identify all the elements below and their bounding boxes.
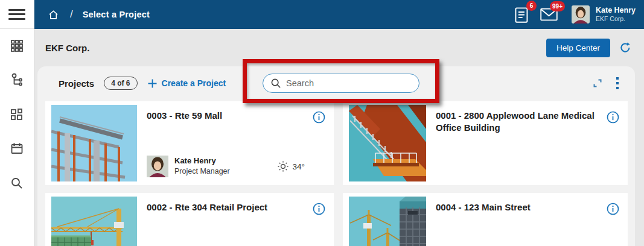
temperature: 34° <box>293 162 305 171</box>
project-card-0002[interactable]: 0002 - Rte 304 Retail Project <box>45 193 334 246</box>
info-icon[interactable] <box>607 111 619 124</box>
project-search-box[interactable] <box>263 74 419 93</box>
project-cards-grid: 0003 - Rte 59 Mall Ka <box>37 100 635 246</box>
top-navigation-bar: / Select a Project 6 99+ <box>34 0 644 29</box>
manager-role: Project Manager <box>174 166 230 176</box>
refresh-icon[interactable] <box>619 42 631 54</box>
project-thumbnail <box>349 105 426 181</box>
portfolio-hierarchy-icon[interactable] <box>10 73 24 87</box>
project-title: 0003 - Rte 59 Mall <box>147 110 306 122</box>
info-icon[interactable] <box>313 111 325 124</box>
user-avatar[interactable] <box>572 5 590 24</box>
project-thumbnail <box>51 105 137 181</box>
project-thumbnail <box>51 197 137 246</box>
project-title: 0001 - 2800 Applewood Lane Medical Offic… <box>436 110 600 134</box>
project-card-0003[interactable]: 0003 - Rte 59 Mall Ka <box>45 101 334 185</box>
kebab-menu-icon[interactable] <box>616 77 619 90</box>
plus-icon <box>147 78 158 89</box>
project-card-0004[interactable]: 0004 - 123 Main Street <box>343 193 628 246</box>
project-thumbnail <box>349 197 426 246</box>
search-input[interactable] <box>286 78 412 88</box>
weather-widget: 34° <box>277 160 306 172</box>
info-icon[interactable] <box>313 203 325 215</box>
notifications-badge: 6 <box>526 1 537 11</box>
info-icon[interactable] <box>607 203 619 215</box>
create-project-link[interactable]: Create a Project <box>147 78 226 89</box>
project-title: 0002 - Rte 304 Retail Project <box>147 201 306 213</box>
home-icon[interactable] <box>48 9 59 20</box>
apps-grid-icon[interactable] <box>10 39 24 53</box>
sidebar-search-icon[interactable] <box>10 176 24 191</box>
manager-name: Kate Henry <box>174 156 230 166</box>
company-title: EKF Corp. <box>45 43 89 53</box>
manager-avatar <box>147 156 168 177</box>
project-title: 0004 - 123 Main Street <box>436 201 600 213</box>
dashboard-icon[interactable] <box>10 107 24 122</box>
help-center-button[interactable]: Help Center <box>546 39 610 57</box>
messages-icon[interactable]: 99+ <box>540 7 558 22</box>
hamburger-menu-icon[interactable] <box>8 6 25 22</box>
breadcrumb-title: Select a Project <box>83 10 150 19</box>
left-sidebar <box>0 0 34 246</box>
messages-badge: 99+ <box>550 1 565 11</box>
sun-icon <box>277 160 289 172</box>
notifications-icon[interactable]: 6 <box>514 6 530 24</box>
user-menu[interactable]: Kate Henry EKF Corp. <box>596 6 636 24</box>
projects-count-pill: 4 of 6 <box>104 77 137 90</box>
calendar-icon[interactable] <box>10 142 24 156</box>
projects-panel: Projects 4 of 6 Create a Project <box>37 66 635 246</box>
expand-icon[interactable] <box>592 78 603 89</box>
projects-title: Projects <box>59 78 94 89</box>
main-content: EKF Corp. Help Center Projects 4 of 6 Cr… <box>34 29 644 246</box>
user-company: EKF Corp. <box>596 15 636 23</box>
project-card-0001[interactable]: 0001 - 2800 Applewood Lane Medical Offic… <box>343 101 628 185</box>
search-icon <box>270 78 281 89</box>
user-name: Kate Henry <box>596 6 636 16</box>
breadcrumb-separator: / <box>70 8 73 20</box>
